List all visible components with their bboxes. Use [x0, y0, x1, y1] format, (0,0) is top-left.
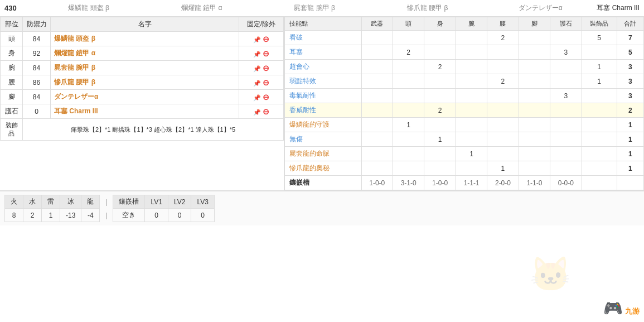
- skill-name: 弱點特效: [289, 77, 316, 85]
- fixed-cell: 📌 ⊖: [239, 75, 284, 90]
- skill-deco: [582, 132, 617, 147]
- deco-label: 裝飾品: [1, 119, 23, 141]
- skill-total: 1: [617, 147, 643, 161]
- skill-name-cell: 爆鱗龍的守護: [285, 118, 362, 132]
- decoration-row: 裝飾品 痛擊珠【2】*1 耐擋珠【1】*3 超心珠【2】*1 達人珠【1】*5: [1, 119, 284, 141]
- skill-waist: 1: [487, 161, 519, 176]
- stat-value-3: -13: [60, 209, 81, 222]
- stat-value-0: 8: [5, 209, 23, 222]
- skill-head: [393, 103, 424, 118]
- skill-row: 耳塞 2 3 5: [285, 45, 644, 60]
- skills-table-header: 技能點 武器 頭 身 腕 腰 腳 護石 裝飾品 合計: [285, 17, 644, 31]
- skill-leg: [519, 60, 550, 74]
- col-total: 合計: [617, 17, 643, 31]
- minus-icon[interactable]: ⊖: [263, 35, 269, 44]
- skill-weapon: [361, 103, 393, 118]
- main-content: 部位 防禦力 名字 固定/除外 頭 84 爆鱗龍 頭盔 β 📌 ⊖ 身 92 爛…: [0, 17, 644, 191]
- col-deco: 裝飾品: [582, 17, 617, 31]
- skill-row: 爆鱗龍的守護 1 1: [285, 118, 644, 132]
- col-skill: 技能點: [285, 17, 362, 31]
- skill-waist: [487, 45, 519, 60]
- skill-name: 慘爪龍的奧秘: [289, 164, 330, 172]
- equipment-row: 身 92 爛燿龍 鎧甲 α 📌 ⊖: [1, 46, 284, 61]
- minus-icon[interactable]: ⊖: [263, 49, 269, 58]
- skill-name-cell: 看破: [285, 31, 362, 45]
- header-equipment-list: 爆鱗龍 頭盔 β 爛燿龍 鎧甲 α 屍套龍 腕甲 β 慘爪龍 腰甲 β ダンテレ…: [32, 2, 597, 14]
- skill-deco: 1: [582, 60, 617, 74]
- skill-waist: [487, 103, 519, 118]
- pin-icon: 📌: [253, 94, 261, 101]
- minus-icon[interactable]: ⊖: [263, 78, 269, 87]
- slot-body: 1-0-0: [424, 176, 456, 190]
- header-item-leg: ダンテレザーα: [484, 2, 597, 14]
- minus-icon[interactable]: ⊖: [263, 64, 269, 73]
- minus-icon[interactable]: ⊖: [263, 107, 269, 116]
- pin-icon: 📌: [253, 36, 261, 43]
- skill-leg: [519, 103, 550, 118]
- skill-deco: 5: [582, 31, 617, 45]
- stat-header-5: |: [100, 195, 113, 209]
- skill-weapon: [361, 118, 393, 132]
- skill-body: [424, 118, 456, 132]
- stat-header-0: 火: [5, 195, 23, 209]
- slot-deco: [582, 176, 617, 190]
- name-cell: 爛燿龍 鎧甲 α: [51, 46, 239, 61]
- skill-name: 屍套龍的命脈: [289, 150, 330, 157]
- col-leg: 腳: [519, 17, 550, 31]
- skill-leg: [519, 31, 550, 45]
- skill-deco: 1: [582, 74, 617, 89]
- equipment-row: 腰 86 慘爪龍 腰甲 β 📌 ⊖: [1, 75, 284, 90]
- part-cell: 腰: [1, 75, 23, 90]
- skill-head: [393, 147, 424, 161]
- equipment-row: 頭 84 爆鱗龍 頭盔 β 📌 ⊖: [1, 32, 284, 46]
- col-waist: 腰: [487, 17, 519, 31]
- minus-icon[interactable]: ⊖: [263, 93, 269, 102]
- skill-head: 2: [393, 45, 424, 60]
- col-defense: 防禦力: [23, 17, 51, 32]
- equipment-row: 腕 84 屍套龍 腕甲 β 📌 ⊖: [1, 61, 284, 75]
- skill-charm: 3: [550, 89, 582, 103]
- slot-label: 鑲嵌槽: [285, 176, 362, 190]
- skill-total: 1: [617, 132, 643, 147]
- skill-name: 香威耐性: [289, 106, 316, 114]
- col-head: 頭: [393, 17, 424, 31]
- stat-value-2: 1: [42, 209, 60, 222]
- skill-total: 3: [617, 74, 643, 89]
- skill-deco: [582, 103, 617, 118]
- stats-value-row: 821-13-4|空き000: [5, 209, 215, 222]
- stat-value-4: -4: [81, 209, 100, 222]
- skill-body: 2: [424, 103, 456, 118]
- skill-weapon: [361, 74, 393, 89]
- stat-value-7: 0: [145, 209, 168, 222]
- slot-arm: 1-1-1: [456, 176, 487, 190]
- skill-weapon: [361, 31, 393, 45]
- col-body: 身: [424, 17, 456, 31]
- fixed-cell: 📌 ⊖: [239, 104, 284, 119]
- header-item-waist: 慘爪龍 腰甲 β: [371, 2, 483, 14]
- skill-total: 1: [617, 118, 643, 132]
- col-fixed: 固定/除外: [239, 17, 284, 32]
- defense-cell: 84: [23, 32, 51, 46]
- skill-head: 1: [393, 118, 424, 132]
- skill-row: 無傷 1 1: [285, 132, 644, 147]
- skill-deco: [582, 161, 617, 176]
- skill-weapon: [361, 161, 393, 176]
- slot-row: 鑲嵌槽 1-0-0 3-1-0 1-0-0 1-1-1 2-0-0 1-1-0 …: [285, 176, 644, 190]
- skill-name: 爆鱗龍的守護: [289, 121, 330, 128]
- skill-row: 屍套龍的命脈 1 1: [285, 147, 644, 161]
- skill-name: 無傷: [289, 135, 303, 143]
- col-name: 名字: [51, 17, 239, 32]
- skill-weapon: [361, 60, 393, 74]
- top-header: 430 爆鱗龍 頭盔 β 爛燿龍 鎧甲 α 屍套龍 腕甲 β 慘爪龍 腰甲 β …: [0, 0, 644, 17]
- skill-head: [393, 60, 424, 74]
- defense-cell: 86: [23, 75, 51, 90]
- stats-table: 火水雷冰龍|鑲嵌槽LV1LV2LV3 821-13-4|空き000: [4, 195, 215, 222]
- skill-total: 7: [617, 31, 643, 45]
- skill-name-cell: 毒氣耐性: [285, 89, 362, 103]
- skill-deco: [582, 118, 617, 132]
- stat-value-1: 2: [23, 209, 42, 222]
- skill-leg: [519, 45, 550, 60]
- skill-waist: 2: [487, 31, 519, 45]
- slot-weapon: 1-0-0: [361, 176, 393, 190]
- skill-row: 慘爪龍的奧秘 1 1: [285, 161, 644, 176]
